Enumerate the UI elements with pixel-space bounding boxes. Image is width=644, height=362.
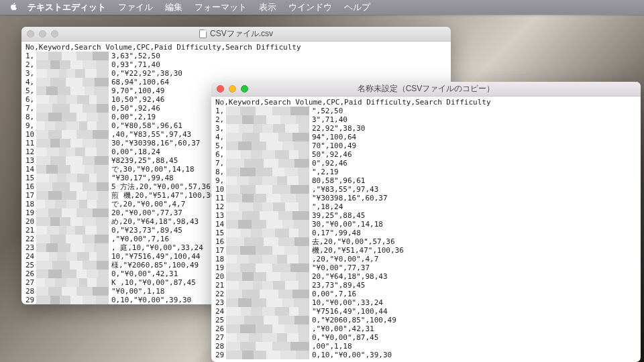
row-tail-values: ,"¥0,00",7,16 bbox=[111, 235, 169, 243]
csv-row: 8,",2,19 bbox=[215, 168, 637, 176]
row-number: 16 bbox=[25, 182, 35, 191]
row-tail-values: 30,"¥30398,16",60,37 bbox=[111, 139, 200, 147]
redacted-keyword bbox=[226, 220, 309, 229]
row-number: 23 bbox=[25, 243, 35, 252]
menu-help[interactable]: ヘルプ bbox=[344, 1, 370, 13]
row-tail-values: 煎 機,20,"¥51,47",100,36 bbox=[111, 191, 215, 200]
row-tail-values: "¥0,00",1,18 bbox=[111, 287, 164, 296]
menu-window[interactable]: ウインドウ bbox=[288, 1, 332, 13]
redacted-keyword bbox=[226, 202, 309, 211]
row-tail-values: で,20,"¥0,00",4,7 bbox=[111, 200, 185, 208]
row-number: 25 bbox=[215, 316, 225, 324]
redacted-keyword bbox=[36, 243, 109, 252]
csv-row: 3,22,92",38,30 bbox=[215, 124, 637, 133]
redacted-keyword bbox=[226, 290, 309, 298]
row-number: 14 bbox=[215, 220, 225, 229]
row-number: 2, bbox=[25, 60, 35, 69]
menu-edit[interactable]: 編集 bbox=[165, 1, 182, 13]
row-number: 1, bbox=[25, 52, 35, 60]
redacted-keyword bbox=[36, 226, 109, 235]
redacted-keyword bbox=[226, 133, 309, 141]
csv-header: No,Keyword,Search Volume,CPC,Paid Diffic… bbox=[215, 98, 637, 107]
row-tail-values: 3",71,40 bbox=[312, 115, 347, 124]
csv-row: 1339,25",88,45 bbox=[215, 211, 637, 220]
redacted-keyword bbox=[226, 333, 309, 342]
csv-row: 1,3,63",52,50 bbox=[25, 52, 447, 60]
row-number: 19 bbox=[215, 263, 225, 272]
row-tail-values: 20,"¥64,18",98,43 bbox=[312, 272, 388, 281]
row-number: 7, bbox=[25, 104, 35, 113]
redacted-keyword bbox=[226, 307, 309, 316]
row-number: 11 bbox=[215, 194, 225, 202]
row-tail-values: 0,00",7,16 bbox=[312, 290, 356, 298]
row-number: 4, bbox=[25, 78, 35, 86]
row-number: 15 bbox=[215, 229, 225, 237]
text-content[interactable]: No,Keyword,Search Volume,CPC,Paid Diffic… bbox=[211, 97, 641, 362]
csv-row: 2,0,93",71,40 bbox=[25, 60, 447, 69]
row-tail-values: 30,"¥0,00",14,18 bbox=[312, 220, 383, 229]
redacted-keyword bbox=[226, 194, 309, 202]
row-tail-values: 9,70",100,49 bbox=[111, 86, 164, 95]
row-number: 18 bbox=[215, 255, 225, 263]
redacted-keyword bbox=[36, 217, 109, 226]
row-tail-values: 0,00",18,24 bbox=[111, 147, 160, 156]
titlebar[interactable]: CSVファイル.csv bbox=[21, 27, 451, 42]
csv-row: 28,00",1,18 bbox=[215, 342, 637, 351]
window-csv-copy[interactable]: 名称未設定（CSVファイルのコピー） No,Keyword,Search Vol… bbox=[211, 82, 641, 362]
row-number: 12 bbox=[215, 202, 225, 211]
redacted-keyword bbox=[226, 324, 309, 333]
row-tail-values: ,20,"¥0,00",4,7 bbox=[312, 255, 378, 263]
csv-row: 270,"¥0,00",87,45 bbox=[215, 333, 637, 342]
redacted-keyword bbox=[36, 200, 109, 208]
redacted-keyword bbox=[36, 269, 109, 278]
apple-menu-icon[interactable] bbox=[9, 2, 18, 13]
csv-row: 3,0,"¥22,92",38,30 bbox=[25, 69, 447, 78]
row-number: 2, bbox=[215, 115, 225, 124]
row-tail-values: 3,63",52,50 bbox=[111, 52, 160, 60]
row-number: 10 bbox=[215, 185, 225, 194]
redacted-keyword bbox=[226, 246, 309, 255]
redacted-keyword bbox=[36, 235, 109, 243]
redacted-keyword bbox=[226, 107, 309, 115]
csv-row: 17機,20,"¥51,47",100,36 bbox=[215, 246, 637, 255]
row-tail-values: で,30,"¥0,00",14,18 bbox=[111, 165, 195, 174]
row-number: 5, bbox=[25, 86, 35, 95]
redacted-keyword bbox=[36, 121, 109, 130]
row-tail-values: ,"¥0,00",42,31 bbox=[312, 324, 374, 333]
redacted-keyword bbox=[36, 113, 109, 121]
redacted-keyword bbox=[36, 278, 109, 287]
row-tail-values: ,40,"¥83,55",97,43 bbox=[111, 130, 191, 139]
window-title: 名称未設定（CSVファイルのコピー） bbox=[211, 83, 641, 95]
row-number: 19 bbox=[25, 208, 35, 217]
csv-row: 18,20,"¥0,00",4,7 bbox=[215, 255, 637, 263]
row-number: 10 bbox=[25, 130, 35, 139]
csv-row: 2020,"¥64,18",98,43 bbox=[215, 272, 637, 281]
row-tail-values: 0",92,46 bbox=[312, 159, 347, 168]
row-number: 5, bbox=[215, 141, 225, 150]
redacted-keyword bbox=[226, 342, 309, 351]
menu-file[interactable]: ファイル bbox=[118, 1, 153, 13]
app-name[interactable]: テキストエディット bbox=[28, 1, 106, 13]
row-tail-values: 23,73",89,45 bbox=[312, 281, 365, 290]
redacted-keyword bbox=[226, 150, 309, 159]
menu-format[interactable]: フォーマット bbox=[195, 1, 247, 13]
menu-view[interactable]: 表示 bbox=[259, 1, 276, 13]
titlebar[interactable]: 名称未設定（CSVファイルのコピー） bbox=[211, 82, 641, 97]
csv-row: 26,"¥0,00",42,31 bbox=[215, 324, 637, 333]
row-tail-values: 70",100,49 bbox=[312, 141, 356, 150]
row-number: 29 bbox=[25, 296, 35, 304]
redacted-keyword bbox=[36, 104, 109, 113]
row-number: 20 bbox=[25, 217, 35, 226]
redacted-keyword bbox=[36, 182, 109, 191]
row-tail-values: ¥8239,25",88,45 bbox=[111, 156, 178, 165]
row-number: 15 bbox=[25, 174, 35, 182]
redacted-keyword bbox=[36, 252, 109, 261]
row-number: 11 bbox=[25, 139, 35, 147]
row-number: 20 bbox=[215, 272, 225, 281]
csv-row: 250,"¥2060,85",100,49 bbox=[215, 316, 637, 324]
row-tail-values: 機,20,"¥51,47",100,36 bbox=[312, 246, 404, 255]
row-number: 3, bbox=[215, 124, 225, 133]
window-title: CSVファイル.csv bbox=[21, 28, 451, 40]
row-tail-values: 0,17",99,48 bbox=[312, 229, 361, 237]
row-tail-values: 22,92",38,30 bbox=[312, 124, 365, 133]
